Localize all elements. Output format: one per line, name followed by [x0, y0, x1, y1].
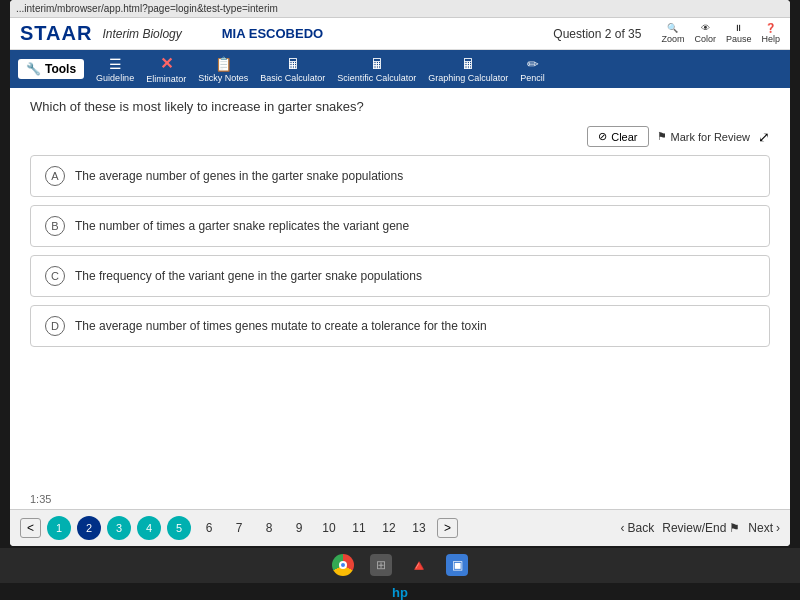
drive-taskbar-icon[interactable]: 🔺	[408, 554, 430, 576]
browser-url-bar: ...interim/mbrowser/app.html?page=login&…	[10, 0, 790, 18]
staar-header: STAAR Interim Biology MIA ESCOBEDO Quest…	[10, 18, 790, 50]
header-icons: 🔍 Zoom 👁 Color ⏸ Pause ❓ Help	[661, 23, 780, 44]
page-12[interactable]: 12	[377, 516, 401, 540]
option-c[interactable]: C The frequency of the variant gene in t…	[30, 255, 770, 297]
basic-calculator-tool[interactable]: 🖩 Basic Calculator	[260, 56, 325, 83]
scientific-calculator-tool[interactable]: 🖩 Scientific Calculator	[337, 56, 416, 83]
question-text: Which of these is most likely to increas…	[30, 98, 770, 116]
option-d-text: The average number of times genes mutate…	[75, 319, 487, 333]
page-5[interactable]: 5	[167, 516, 191, 540]
flag-nav-icon: ⚑	[729, 521, 740, 535]
page-8[interactable]: 8	[257, 516, 281, 540]
next-page-arrow[interactable]: >	[437, 518, 458, 538]
timer-display: 1:35	[30, 493, 51, 505]
pause-icon: ⏸	[734, 23, 743, 33]
page-2[interactable]: 2	[77, 516, 101, 540]
page-13[interactable]: 13	[407, 516, 431, 540]
guideline-icon: ☰	[109, 56, 122, 72]
hp-logo: hp	[392, 585, 408, 600]
next-button[interactable]: Next ›	[748, 521, 780, 535]
staar-logo: STAAR	[20, 22, 92, 45]
wrench-icon: 🔧	[26, 62, 41, 76]
option-a[interactable]: A The average number of genes in the gar…	[30, 155, 770, 197]
back-chevron-icon: ‹	[621, 521, 625, 535]
color-button[interactable]: 👁 Color	[694, 23, 716, 44]
page-10[interactable]: 10	[317, 516, 341, 540]
clear-button[interactable]: ⊘ Clear	[587, 126, 648, 147]
next-chevron-icon: ›	[776, 521, 780, 535]
nav-bar: < 1 2 3 4 5 6 7 8 9 10 11 12 13 > ‹ Back…	[10, 509, 790, 546]
zoom-icon: 🔍	[667, 23, 678, 33]
question-counter: Question 2 of 35	[553, 27, 641, 41]
page-3[interactable]: 3	[107, 516, 131, 540]
tools-button[interactable]: 🔧 Tools	[18, 59, 84, 79]
prev-arrow[interactable]: <	[20, 518, 41, 538]
timer-area: 1:35	[10, 489, 790, 509]
toolbar: 🔧 Tools ☰ Guideline ✕ Eliminator 📋 Stick…	[10, 50, 790, 88]
page-11[interactable]: 11	[347, 516, 371, 540]
expand-icon: ⤢	[758, 129, 770, 145]
pencil-tool[interactable]: ✏ Pencil	[520, 56, 545, 83]
pause-button[interactable]: ⏸ Pause	[726, 23, 752, 44]
help-icon: ❓	[765, 23, 776, 33]
page-4[interactable]: 4	[137, 516, 161, 540]
clear-icon: ⊘	[598, 130, 607, 143]
pencil-icon: ✏	[527, 56, 539, 72]
clear-mark-row: ⊘ Clear ⚑ Mark for Review ⤢	[30, 126, 770, 147]
user-name: MIA ESCOBEDO	[222, 26, 323, 41]
option-a-text: The average number of genes in the garte…	[75, 169, 403, 183]
guideline-tool[interactable]: ☰ Guideline	[96, 56, 134, 83]
page-6[interactable]: 6	[197, 516, 221, 540]
basic-calc-icon: 🖩	[286, 56, 300, 72]
option-b[interactable]: B The number of times a garter snake rep…	[30, 205, 770, 247]
eliminator-icon: ✕	[160, 54, 173, 73]
zoom-button[interactable]: 🔍 Zoom	[661, 23, 684, 44]
page-1[interactable]: 1	[47, 516, 71, 540]
option-c-letter: C	[45, 266, 65, 286]
graph-calc-icon: 🖩	[461, 56, 475, 72]
help-button[interactable]: ❓ Help	[761, 23, 780, 44]
flag-icon: ⚑	[657, 130, 667, 143]
sticky-notes-icon: 📋	[215, 56, 232, 72]
option-b-letter: B	[45, 216, 65, 236]
option-d[interactable]: D The average number of times genes muta…	[30, 305, 770, 347]
option-d-letter: D	[45, 316, 65, 336]
eliminator-tool[interactable]: ✕ Eliminator	[146, 54, 186, 84]
back-button[interactable]: ‹ Back	[621, 521, 655, 535]
exam-subtitle: Interim Biology	[102, 27, 181, 41]
option-a-letter: A	[45, 166, 65, 186]
page-7[interactable]: 7	[227, 516, 251, 540]
files-taskbar-icon[interactable]: ▣	[446, 554, 468, 576]
nav-right: ‹ Back Review/End ⚑ Next ›	[621, 521, 780, 535]
chrome-taskbar-icon[interactable]	[332, 554, 354, 576]
color-icon: 👁	[701, 23, 710, 33]
mark-review-button[interactable]: ⚑ Mark for Review	[657, 130, 750, 143]
task-taskbar-icon[interactable]: ⊞	[370, 554, 392, 576]
review-end-button[interactable]: Review/End ⚑	[662, 521, 740, 535]
graphing-calculator-tool[interactable]: 🖩 Graphing Calculator	[428, 56, 508, 83]
option-b-text: The number of times a garter snake repli…	[75, 219, 409, 233]
taskbar: ⊞ 🔺 ▣	[0, 548, 800, 583]
option-c-text: The frequency of the variant gene in the…	[75, 269, 422, 283]
question-area: Which of these is most likely to increas…	[10, 88, 790, 489]
page-9[interactable]: 9	[287, 516, 311, 540]
sticky-notes-tool[interactable]: 📋 Sticky Notes	[198, 56, 248, 83]
sci-calc-icon: 🖩	[370, 56, 384, 72]
